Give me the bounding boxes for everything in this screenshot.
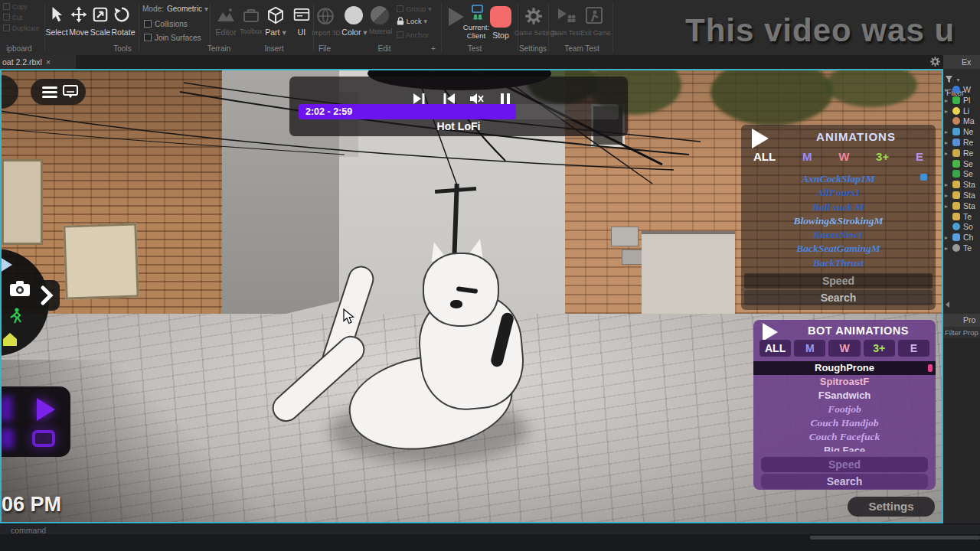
mode-value-dropdown[interactable]: Geometric ▾	[167, 5, 208, 13]
close-tab-icon[interactable]: ×	[46, 57, 51, 67]
tab-w[interactable]: W	[828, 340, 860, 357]
stop-button[interactable]	[490, 6, 511, 28]
expand-arrow-icon[interactable]: ▸	[945, 203, 948, 210]
expand-arrow-icon[interactable]: ▸	[945, 150, 948, 157]
expand-arrow-icon[interactable]: ▸	[945, 139, 948, 146]
run-icon[interactable]	[9, 308, 23, 324]
animation-item[interactable]: AllFours1	[741, 186, 936, 200]
clipboard-copy-button[interactable]: Copy	[3, 3, 28, 11]
scroll-left-arrow[interactable]	[946, 302, 949, 308]
tab-w[interactable]: W	[834, 150, 854, 163]
tab-3plus[interactable]: 3+	[871, 150, 893, 163]
explorer-item[interactable]: Se	[943, 168, 980, 179]
tab-m[interactable]: M	[794, 340, 825, 357]
clipped-action-icon[interactable]	[0, 396, 12, 421]
animations-search-button[interactable]: Search	[744, 290, 933, 305]
bot-animation-item[interactable]: Big Face	[753, 444, 936, 452]
collisions-checkbox[interactable]: Collisions	[144, 20, 188, 28]
bot-search-button[interactable]: Search	[761, 474, 928, 489]
explorer-item[interactable]: ▸Pl	[943, 95, 980, 106]
explorer-item[interactable]: ▸Sta	[943, 190, 980, 201]
join-surfaces-checkbox[interactable]: Join Surfaces	[144, 34, 201, 42]
scale-tool-button[interactable]	[92, 6, 109, 26]
viewport-gear-button[interactable]	[929, 56, 941, 70]
expand-arrow-icon[interactable]: ▸	[945, 86, 948, 93]
animation-item[interactable]: KneesNew1	[741, 228, 936, 242]
camera-action-icon[interactable]	[32, 430, 55, 447]
explorer-item[interactable]: ▸W	[943, 84, 980, 95]
bot-animation-item[interactable]: SpitroastF	[753, 375, 936, 389]
game-settings-button[interactable]	[524, 6, 544, 29]
animations-speed-button[interactable]: Speed	[744, 273, 933, 289]
play-bot-animation-icon[interactable]	[763, 323, 778, 341]
import-3d-button[interactable]	[315, 6, 335, 29]
tab-e[interactable]: E	[898, 340, 929, 357]
explorer-item[interactable]: ▸Sta	[943, 179, 980, 190]
horizontal-scrollbar[interactable]	[810, 536, 980, 540]
explorer-item[interactable]: ▸Ch	[943, 232, 980, 243]
move-tool-button[interactable]	[70, 6, 87, 26]
material-button[interactable]	[371, 6, 389, 24]
color-button[interactable]	[345, 6, 363, 24]
explorer-item[interactable]: ▸Re	[943, 137, 980, 148]
home-icon[interactable]	[2, 332, 18, 347]
explorer-item[interactable]: Te	[943, 211, 980, 222]
rotate-tool-button[interactable]	[113, 6, 130, 26]
expand-chevron-button[interactable]	[34, 280, 60, 311]
game-viewport[interactable]: 2:02 - 2:59 Hot LoFi ANIMATIONS ALLMW3+E…	[0, 69, 943, 523]
explorer-item[interactable]: Ma	[943, 116, 980, 126]
expand-arrow-icon[interactable]: ▸	[945, 192, 948, 199]
explorer-item[interactable]: So	[943, 221, 980, 232]
bot-animation-item[interactable]: Couch Handjob	[753, 416, 936, 430]
team-test-button[interactable]	[556, 6, 576, 28]
chat-icon[interactable]	[63, 85, 78, 99]
tab-m[interactable]: M	[798, 150, 817, 163]
bot-animation-item[interactable]: RoughProne	[753, 361, 936, 375]
anchor-button[interactable]: Anchor	[397, 31, 429, 39]
terrain-editor-button[interactable]	[216, 6, 236, 28]
animation-item[interactable]: BackSeatGamingM	[741, 242, 936, 256]
group-button[interactable]: Group ▾	[397, 5, 432, 13]
expand-arrow-icon[interactable]: ▸	[945, 245, 948, 252]
explorer-item[interactable]: ▸Li	[943, 106, 980, 116]
explorer-item[interactable]: ▸Ne	[943, 126, 980, 137]
play-icon[interactable]	[0, 257, 12, 272]
music-progress-track[interactable]: 2:02 - 2:59	[299, 104, 619, 119]
document-tab[interactable]: oat 2.2.rbxl×	[0, 55, 76, 69]
explorer-item[interactable]: ▸Te	[943, 243, 980, 253]
bot-animation-item[interactable]: Couch Facefuck	[753, 430, 936, 444]
expand-arrow-icon[interactable]: ▸	[945, 108, 948, 115]
select-tool-button[interactable]	[48, 6, 65, 26]
settings-button[interactable]: Settings	[848, 497, 935, 517]
toolbox-button[interactable]	[242, 6, 260, 28]
lock-button[interactable]: Lock ▾	[397, 17, 427, 25]
expand-arrow-icon[interactable]: ▸	[945, 234, 948, 241]
explorer-item[interactable]: Se	[943, 158, 980, 169]
animation-item[interactable]: Blowing&StrokingM	[741, 214, 936, 228]
camera-icon[interactable]	[9, 280, 31, 297]
animation-item[interactable]: BackThrust	[741, 256, 936, 270]
clipboard-duplicate-button[interactable]: Duplicate	[3, 24, 39, 32]
expand-arrow-icon[interactable]: ▸	[945, 129, 948, 135]
expand-arrow-icon[interactable]: ▸	[945, 97, 948, 104]
explorer-tab[interactable]: Ex	[943, 55, 980, 69]
explorer-item[interactable]: ▸Re	[943, 148, 980, 158]
properties-tab[interactable]: Pro	[943, 314, 980, 327]
animation-item[interactable]: AxnCockSlap1M	[741, 172, 936, 186]
clipboard-cut-button[interactable]: Cut	[3, 14, 22, 21]
explorer-item[interactable]: ▸Sta	[943, 201, 980, 211]
tab-all[interactable]: ALL	[760, 340, 791, 357]
animation-item[interactable]: Ball suck M	[741, 201, 936, 214]
edit-overflow[interactable]: +	[429, 44, 438, 53]
exit-game-button[interactable]	[585, 6, 603, 28]
bot-animation-item[interactable]: Footjob	[753, 403, 936, 416]
play-animation-icon[interactable]	[752, 129, 769, 148]
bot-animation-item[interactable]: FSandwich	[753, 389, 936, 403]
tab-3plus[interactable]: 3+	[864, 340, 895, 357]
tab-e[interactable]: E	[911, 150, 928, 163]
properties-filter-input[interactable]: Filter Prop	[943, 327, 980, 338]
tab-all[interactable]: ALL	[749, 150, 780, 163]
play-action-icon[interactable]	[37, 398, 55, 421]
current-client-button[interactable]	[470, 5, 487, 23]
animations-scrollbar-thumb[interactable]	[920, 174, 927, 181]
